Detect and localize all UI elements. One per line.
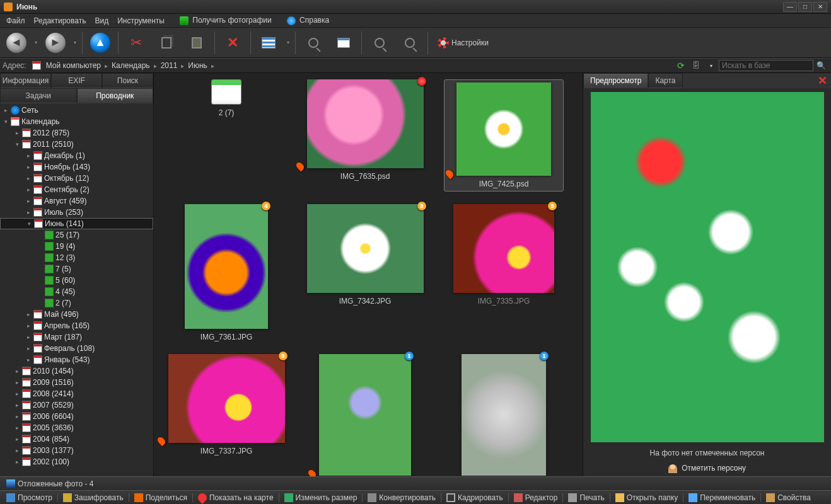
thumb-0[interactable]: 2 (7) <box>166 79 286 192</box>
tree-node-y2009[interactable]: ▸2009 (1516) <box>0 377 153 388</box>
btn-crop[interactable]: Кадрировать <box>443 492 507 503</box>
tree-node-y2008[interactable]: ▸2008 (2414) <box>0 388 153 399</box>
menu-get-photos[interactable]: Получить фотографии <box>176 14 276 26</box>
zoom-fit-button[interactable] <box>299 30 327 55</box>
thumb-7[interactable]: 1img_7979.jpg <box>305 354 425 476</box>
search-input[interactable] <box>719 60 813 71</box>
tree-node-oct[interactable]: ▸Октябрь (12) <box>0 173 153 184</box>
menu-tools[interactable]: Инструменты <box>113 15 168 26</box>
expand-icon[interactable]: ▾ <box>26 220 32 227</box>
thumb-8[interactable]: 1img_4117.psd <box>444 354 564 476</box>
tree-node-jan[interactable]: ▸Январь (543) <box>0 354 153 365</box>
btn-rename[interactable]: Переименовать <box>685 492 759 503</box>
forward-dropdown[interactable]: ▾ <box>72 40 78 45</box>
expand-icon[interactable]: ▸ <box>25 323 32 329</box>
expand-icon[interactable]: ▾ <box>3 118 9 125</box>
menu-file[interactable]: Файл <box>3 15 29 26</box>
zoom-out-button[interactable] <box>396 30 424 55</box>
tree-node-d25[interactable]: 25 (17) <box>0 229 153 241</box>
tree-view[interactable]: ▸Сеть▾Календарь▸2012 (875)▾2011 (2510)▸Д… <box>0 103 153 476</box>
btn-editor[interactable]: Редактор <box>510 492 562 503</box>
tree-node-d4[interactable]: 4 (45) <box>0 286 153 297</box>
tree-node-may[interactable]: ▸Май (496) <box>0 309 153 320</box>
breadcrumb-1[interactable]: Календарь <box>109 60 153 71</box>
tree-node-network[interactable]: ▸Сеть <box>0 105 153 116</box>
refresh-button[interactable]: ⟳ <box>675 60 687 71</box>
tree-node-d19[interactable]: 19 (4) <box>0 241 153 252</box>
view-mode-button[interactable] <box>255 30 282 55</box>
tree-node-y2012[interactable]: ▸2012 (875) <box>0 127 153 139</box>
btn-open-folder[interactable]: Открыть папку <box>612 492 682 503</box>
tab-exif[interactable]: EXIF <box>51 73 102 88</box>
tree-node-feb[interactable]: ▸Февраль (108) <box>0 343 153 354</box>
menu-edit[interactable]: Редактировать <box>30 15 90 26</box>
tree-node-y2002[interactable]: ▸2002 (100) <box>0 456 153 467</box>
tree-node-nov[interactable]: ▸Ноябрь (143) <box>0 161 153 173</box>
expand-icon[interactable]: ▸ <box>14 368 20 374</box>
tree-node-calendar[interactable]: ▾Календарь <box>0 116 153 127</box>
tab-preview[interactable]: Предпросмотр <box>583 73 648 88</box>
db-dropdown[interactable]: ▾ <box>706 60 717 71</box>
thumb-2[interactable]: IMG_7425.psd <box>444 79 564 192</box>
tree-node-y2004[interactable]: ▸2004 (854) <box>0 433 153 445</box>
breadcrumb-3[interactable]: Июнь <box>185 60 210 71</box>
expand-icon[interactable]: ▸ <box>14 425 20 431</box>
tree-node-jul[interactable]: ▸Июль (253) <box>0 207 153 218</box>
close-button[interactable]: ✕ <box>813 2 827 12</box>
expand-icon[interactable]: ▸ <box>25 209 32 215</box>
expand-icon[interactable]: ▸ <box>25 345 32 352</box>
expand-icon[interactable]: ▸ <box>14 402 20 408</box>
window-button[interactable] <box>330 30 357 55</box>
thumbnail-view[interactable]: 2 (7)IMG_7635.psdIMG_7425.psd4IMG_7361.J… <box>154 73 583 476</box>
expand-icon[interactable]: ▸ <box>25 334 32 340</box>
btn-view[interactable]: Просмотр <box>3 492 56 503</box>
expand-icon[interactable]: ▸ <box>14 379 20 386</box>
expand-icon[interactable]: ▸ <box>25 198 32 204</box>
tab-info[interactable]: Информация <box>0 73 51 88</box>
close-preview-button[interactable]: ✕ <box>814 74 831 88</box>
tab-tasks[interactable]: Задачи <box>0 88 77 103</box>
tree-node-d7[interactable]: 7 (5) <box>0 263 153 275</box>
deferred-photos[interactable]: Отложенные фото - 4 <box>3 478 98 490</box>
tree-node-y2005[interactable]: ▸2005 (3636) <box>0 422 153 433</box>
expand-icon[interactable]: ▸ <box>25 164 32 170</box>
thumb-1[interactable]: IMG_7635.psd <box>305 79 425 192</box>
breadcrumb-2[interactable]: 2011 <box>158 60 180 71</box>
back-button[interactable]: ◄ <box>3 30 30 55</box>
menu-help[interactable]: Справка <box>283 14 333 26</box>
tree-node-y2011[interactable]: ▾2011 (2510) <box>0 139 153 150</box>
tree-node-mar[interactable]: ▸Март (187) <box>0 331 153 343</box>
breadcrumb-0[interactable]: Мой компьютер <box>44 60 103 71</box>
thumb-4[interactable]: 3IMG_7342.JPG <box>305 204 425 341</box>
delete-button[interactable]: ✕ <box>219 30 247 55</box>
tree-node-d5[interactable]: 5 (60) <box>0 275 153 286</box>
zoom-in-button[interactable] <box>366 30 393 55</box>
paste-button[interactable] <box>183 30 211 55</box>
expand-icon[interactable]: ▸ <box>14 459 20 465</box>
btn-props[interactable]: Свойства <box>762 492 815 503</box>
expand-icon[interactable]: ▸ <box>25 311 32 318</box>
cut-button[interactable]: ✂ <box>122 30 150 55</box>
settings-button[interactable]: Настройки <box>432 30 494 55</box>
tree-node-d12[interactable]: 12 (3) <box>0 252 153 263</box>
btn-print[interactable]: Печать <box>564 492 608 503</box>
expand-icon[interactable]: ▸ <box>14 436 20 442</box>
btn-convert[interactable]: Конвертировать <box>364 492 439 503</box>
minimize-button[interactable]: — <box>783 2 797 12</box>
view-mode-dropdown[interactable]: ▾ <box>285 40 291 45</box>
tree-node-dec[interactable]: ▸Декабрь (1) <box>0 150 153 161</box>
btn-share[interactable]: Поделиться <box>131 492 191 503</box>
btn-resize[interactable]: Изменить размер <box>281 492 361 503</box>
maximize-button[interactable]: □ <box>798 2 812 12</box>
tree-node-aug[interactable]: ▸Август (459) <box>0 195 153 207</box>
back-dropdown[interactable]: ▾ <box>33 40 39 45</box>
expand-icon[interactable]: ▸ <box>25 175 32 181</box>
up-button[interactable]: ▲ <box>86 30 114 55</box>
expand-icon[interactable]: ▸ <box>3 107 9 113</box>
expand-icon[interactable]: ▸ <box>25 357 32 363</box>
search-button[interactable]: 🔍 <box>815 60 827 71</box>
tree-node-y2006[interactable]: ▸2006 (6604) <box>0 411 153 422</box>
tree-node-y2010[interactable]: ▸2010 (1454) <box>0 365 153 377</box>
menu-view[interactable]: Вид <box>91 15 112 26</box>
tree-node-sep[interactable]: ▸Сентябрь (2) <box>0 184 153 195</box>
